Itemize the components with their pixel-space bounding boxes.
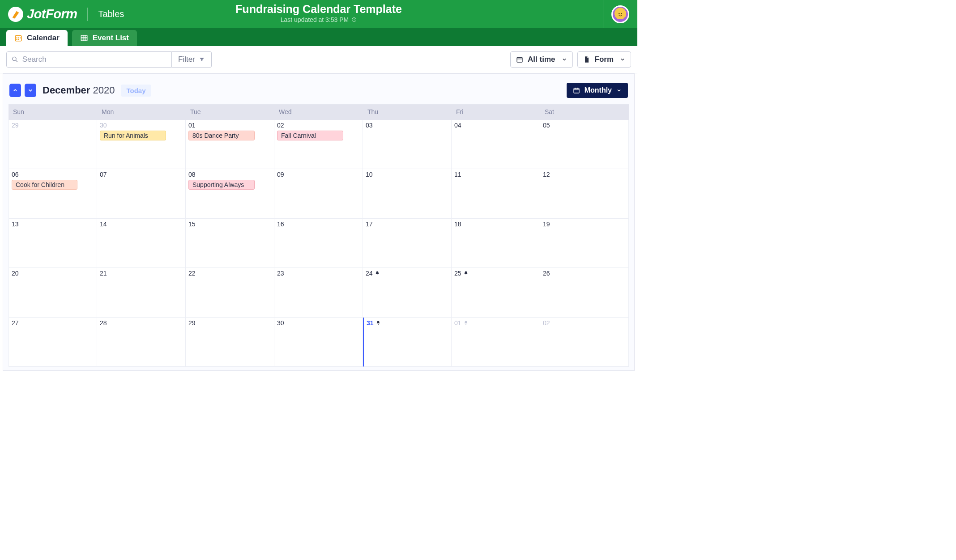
day-number: 05 [543, 122, 626, 129]
day-cell[interactable]: 19 [540, 219, 629, 268]
day-number: 01 [454, 319, 537, 327]
tab-label: Calendar [27, 34, 60, 42]
day-cell[interactable]: 28 [97, 318, 186, 367]
svg-point-2 [621, 13, 622, 13]
tab-event-list[interactable]: Event List [72, 30, 137, 46]
svg-point-1 [619, 13, 619, 13]
calendar-grid: SunMonTueWedThuFriSat 2930Run for Animal… [9, 104, 629, 367]
calendar-event[interactable]: Run for Animals [100, 131, 166, 140]
day-cell[interactable]: 18 [452, 219, 540, 268]
day-cell[interactable]: 29 [9, 120, 97, 169]
day-cell[interactable]: 13 [9, 219, 97, 268]
search-icon [11, 55, 19, 64]
day-number: 18 [454, 221, 537, 228]
day-cell[interactable]: 20 [9, 268, 97, 317]
next-month-button[interactable] [25, 84, 36, 97]
svg-rect-8 [18, 39, 19, 40]
day-cell[interactable]: 11 [452, 169, 540, 218]
week-row: 13141516171819 [9, 219, 629, 268]
day-number: 13 [12, 221, 94, 228]
calendar-panel: December 2020 Today Monthly SunMonTueWed… [3, 73, 635, 371]
day-cell[interactable]: 0180s Dance Party [186, 120, 274, 169]
jotform-logo-icon [8, 7, 23, 22]
day-cell[interactable]: 05 [540, 120, 629, 169]
day-cell[interactable]: 14 [97, 219, 186, 268]
calendar-event[interactable]: Fall Carnival [277, 131, 343, 140]
day-cell[interactable]: 24 [363, 268, 452, 317]
day-number: 06 [12, 171, 94, 178]
day-number: 31 [367, 319, 448, 327]
today-button[interactable]: Today [121, 85, 151, 97]
date-range-label: All time [528, 55, 555, 64]
day-number: 28 [100, 319, 183, 327]
day-cell[interactable]: 12 [540, 169, 629, 218]
tab-label: Event List [93, 34, 129, 42]
day-number: 07 [100, 171, 183, 178]
day-cell[interactable]: 23 [274, 268, 363, 317]
prev-month-button[interactable] [9, 84, 21, 97]
day-cell[interactable]: 30Run for Animals [97, 120, 186, 169]
calendar-event[interactable]: Supporting Always [188, 180, 255, 190]
day-cell[interactable]: 02Fall Carnival [274, 120, 363, 169]
weekday-header: Tue [186, 105, 274, 120]
day-number: 20 [12, 270, 94, 277]
day-number: 12 [543, 171, 626, 178]
day-number: 02 [543, 319, 626, 327]
day-cell[interactable]: 03 [363, 120, 452, 169]
day-cell[interactable]: 25 [452, 268, 540, 317]
tab-calendar[interactable]: Calendar [6, 30, 68, 46]
day-cell[interactable]: 29 [186, 318, 274, 367]
day-cell[interactable]: 01 [452, 318, 540, 367]
chevron-down-icon [27, 87, 34, 93]
day-cell[interactable]: 09 [274, 169, 363, 218]
day-cell[interactable]: 06Cook for Children [9, 169, 97, 218]
day-number: 23 [277, 270, 360, 277]
month-name: December [43, 85, 90, 96]
grid-icon [80, 34, 88, 42]
day-number: 10 [366, 171, 448, 178]
day-cell[interactable]: 17 [363, 219, 452, 268]
day-number: 01 [188, 122, 271, 129]
day-cell[interactable]: 22 [186, 268, 274, 317]
avatar[interactable] [611, 5, 629, 23]
form-select[interactable]: Form [577, 51, 632, 68]
header-right [603, 0, 629, 28]
day-cell[interactable]: 15 [186, 219, 274, 268]
day-cell[interactable]: 02 [540, 318, 629, 367]
day-number: 21 [100, 270, 183, 277]
last-updated-text: Last updated at 3:53 PM [281, 16, 349, 23]
search-box[interactable] [6, 51, 172, 68]
week-row: 2930Run for Animals0180s Dance Party02Fa… [9, 120, 629, 169]
day-cell[interactable]: 08Supporting Always [186, 169, 274, 218]
title-block: Fundraising Calendar Template Last updat… [235, 3, 402, 23]
day-cell[interactable]: 10 [363, 169, 452, 218]
day-cell[interactable]: 31 [363, 318, 452, 367]
calendar-event[interactable]: 80s Dance Party [188, 131, 255, 140]
day-cell[interactable]: 26 [540, 268, 629, 317]
brand: JotForm Tables [8, 7, 124, 22]
day-cell[interactable]: 07 [97, 169, 186, 218]
weekday-row: SunMonTueWedThuFriSat [9, 105, 629, 120]
date-range-select[interactable]: All time [510, 51, 572, 68]
day-number: 09 [277, 171, 360, 178]
day-cell[interactable]: 04 [452, 120, 540, 169]
brand-section[interactable]: Tables [98, 9, 124, 19]
view-mode-select[interactable]: Monthly [567, 83, 628, 98]
calendar-icon [573, 87, 580, 94]
day-number: 14 [100, 221, 183, 228]
day-cell[interactable]: 30 [274, 318, 363, 367]
filter-button[interactable]: Filter [172, 51, 212, 68]
weekday-header: Sun [9, 105, 97, 120]
day-cell[interactable]: 16 [274, 219, 363, 268]
search-input[interactable] [22, 55, 167, 64]
day-cell[interactable]: 27 [9, 318, 97, 367]
day-number: 19 [543, 221, 626, 228]
calendar-event[interactable]: Cook for Children [12, 180, 77, 190]
week-row: 06Cook for Children0708Supporting Always… [9, 169, 629, 218]
svg-rect-12 [574, 88, 579, 93]
clock-icon [351, 17, 357, 22]
day-cell[interactable]: 21 [97, 268, 186, 317]
view-mode-label: Monthly [585, 86, 612, 94]
day-number: 02 [277, 122, 360, 129]
page-title: Fundraising Calendar Template [235, 3, 402, 16]
